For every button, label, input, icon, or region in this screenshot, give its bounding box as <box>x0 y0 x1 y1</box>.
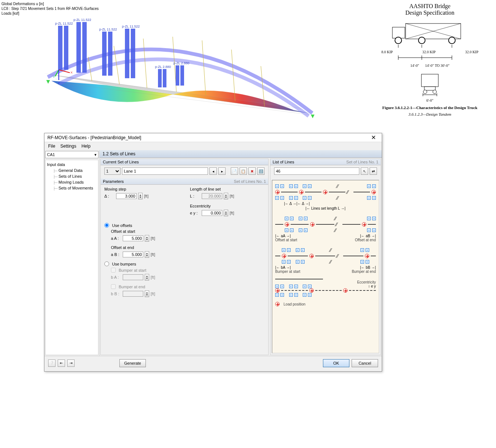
svg-rect-21 <box>76 22 81 73</box>
spec-title-2: Design Specification <box>378 10 481 16</box>
prev-set-button[interactable]: ◂ <box>209 167 217 175</box>
svg-line-3 <box>59 83 309 115</box>
ecc-label: Eccentricity <box>190 204 265 208</box>
figure-caption: Figure 3.6.1.2.2-1—Characteristics of th… <box>378 105 481 110</box>
tree-sets-of-movements[interactable]: Sets of Movements <box>47 185 97 191</box>
renumber-button[interactable]: 🔢 <box>257 167 265 175</box>
generate-button[interactable]: Generate <box>119 359 146 367</box>
svg-text:p-ZL 2.880: p-ZL 2.880 <box>155 65 171 69</box>
delta-input[interactable] <box>116 193 137 199</box>
svg-rect-23 <box>102 32 107 76</box>
svg-line-6 <box>143 39 147 88</box>
bumper-start-input <box>123 274 143 280</box>
dialog-title: RF-MOVE-Surfaces - [PedestrianBridge_Mod… <box>47 135 368 140</box>
viewer-label: Global Deformations u [in] LC8 : Step 7/… <box>1 1 99 16</box>
svg-text:p-ZL 11.522: p-ZL 11.522 <box>99 28 117 31</box>
chevron-down-icon: ▾ <box>94 152 97 157</box>
parameter-preview: ++ ++ ++⁄⁄++ ⁄⁄ ++ ++ ++⁄⁄++ |← Δ →|← Δ … <box>272 180 379 353</box>
length-label: Length of line set <box>190 187 265 191</box>
menubar: File Settings Help <box>44 142 382 150</box>
svg-marker-17 <box>46 80 50 84</box>
svg-point-54 <box>423 90 427 94</box>
svg-rect-28 <box>163 69 166 87</box>
rf-move-dialog: RF-MOVE-Surfaces - [PedestrianBridge_Mod… <box>44 133 382 372</box>
offset-end-spinner[interactable]: ▲▼ <box>145 251 149 258</box>
cancel-button[interactable]: Cancel <box>352 359 378 367</box>
pick-lines-button[interactable]: ↖ <box>361 167 368 175</box>
copy-set-button[interactable]: 📋 <box>240 167 247 175</box>
moving-step-label: Moving step <box>104 187 179 191</box>
tandem-heading: 3.6.1.2.3—Design Tandem <box>378 112 481 116</box>
section-header: 1.2 Sets of Lines <box>100 150 382 158</box>
use-bumpers-radio[interactable] <box>104 261 109 266</box>
truck-side-diagram <box>389 19 470 48</box>
menu-settings[interactable]: Settings <box>60 144 76 149</box>
dialog-footer: ❔ ⇤ ⇥ Generate OK Cancel <box>44 356 382 370</box>
flip-lines-button[interactable]: ⇄ <box>370 167 377 175</box>
ecc-spinner[interactable]: ▲▼ <box>224 210 228 216</box>
offset-start-spinner[interactable]: ▲▼ <box>145 235 149 242</box>
svg-text:p-ZL 11.522: p-ZL 11.522 <box>73 18 91 22</box>
svg-text:Y: Y <box>53 75 55 79</box>
offset-start-input[interactable] <box>123 235 143 241</box>
svg-marker-18 <box>311 115 315 118</box>
tree-root[interactable]: Input data <box>47 162 97 167</box>
svg-text:p-ZL 11.522: p-ZL 11.522 <box>122 25 140 28</box>
use-bumpers-label: Use bumpers <box>112 262 136 266</box>
svg-rect-53 <box>424 87 435 90</box>
svg-text:X: X <box>71 71 73 74</box>
spec-title-1: AASHTO Bridge <box>378 3 481 10</box>
truck-rear-diagram <box>417 72 443 98</box>
list-lines-title: List of Lines <box>273 160 294 164</box>
ok-button[interactable]: OK <box>323 359 349 367</box>
svg-rect-26 <box>131 29 135 78</box>
next-set-button[interactable]: ▸ <box>218 167 226 175</box>
bumper-end-input <box>123 291 143 297</box>
bumper-end-check <box>111 284 116 289</box>
svg-rect-29 <box>176 65 179 86</box>
bumper-start-check <box>111 268 116 272</box>
nav-tree: Input data General Data Sets of Lines Mo… <box>45 160 98 355</box>
ecc-input[interactable] <box>202 210 222 216</box>
svg-text:p-ZL 11.522: p-ZL 11.522 <box>55 22 73 25</box>
export-button[interactable]: ⇥ <box>67 360 75 367</box>
close-icon[interactable]: ✕ <box>368 134 379 141</box>
tree-sets-of-lines[interactable]: Sets of Lines <box>47 173 97 179</box>
use-offsets-label: Use offsets <box>112 223 132 228</box>
set-number-select[interactable]: 1 <box>104 167 121 175</box>
svg-rect-19 <box>58 26 62 70</box>
svg-text:p-ZL 2.880: p-ZL 2.880 <box>173 61 189 65</box>
tree-moving-loads[interactable]: Moving Loads <box>47 179 97 185</box>
svg-rect-22 <box>82 22 87 73</box>
offset-end-input[interactable] <box>123 252 143 257</box>
svg-line-8 <box>202 40 206 95</box>
svg-rect-27 <box>158 69 162 87</box>
svg-rect-52 <box>421 74 438 87</box>
params-subtitle: Set of Lines No. 1 <box>234 179 266 184</box>
svg-text:Z: Z <box>58 81 60 84</box>
spec-panel: AASHTO Bridge Design Specification 8.0 K… <box>378 3 481 116</box>
length-input <box>202 193 222 199</box>
bridge-visualization: X Y Z p-ZL 11.522 p-ZL 11.522 p-ZL 11.52… <box>29 18 316 121</box>
new-set-button[interactable]: 📄 <box>231 167 238 175</box>
help-button[interactable]: ❔ <box>48 360 55 367</box>
svg-point-42 <box>418 37 425 44</box>
svg-point-55 <box>433 90 436 94</box>
svg-rect-25 <box>125 29 129 78</box>
set-name-input[interactable] <box>122 167 208 175</box>
delta-spinner[interactable]: ▲▼ <box>138 193 143 199</box>
svg-rect-24 <box>108 32 112 76</box>
tree-general-data[interactable]: General Data <box>47 167 97 173</box>
import-button[interactable]: ⇤ <box>58 360 65 367</box>
list-lines-input[interactable] <box>274 167 359 175</box>
menu-file[interactable]: File <box>48 144 55 149</box>
titlebar: RF-MOVE-Surfaces - [PedestrianBridge_Mod… <box>44 133 382 142</box>
delete-set-button[interactable]: ✖ <box>248 167 256 175</box>
case-combo[interactable]: CA1▾ <box>45 151 98 158</box>
svg-rect-30 <box>180 65 184 86</box>
svg-rect-20 <box>64 26 68 70</box>
svg-point-43 <box>449 37 455 44</box>
menu-help[interactable]: Help <box>82 144 91 149</box>
use-offsets-radio[interactable] <box>104 223 109 228</box>
svg-rect-37 <box>392 27 405 38</box>
